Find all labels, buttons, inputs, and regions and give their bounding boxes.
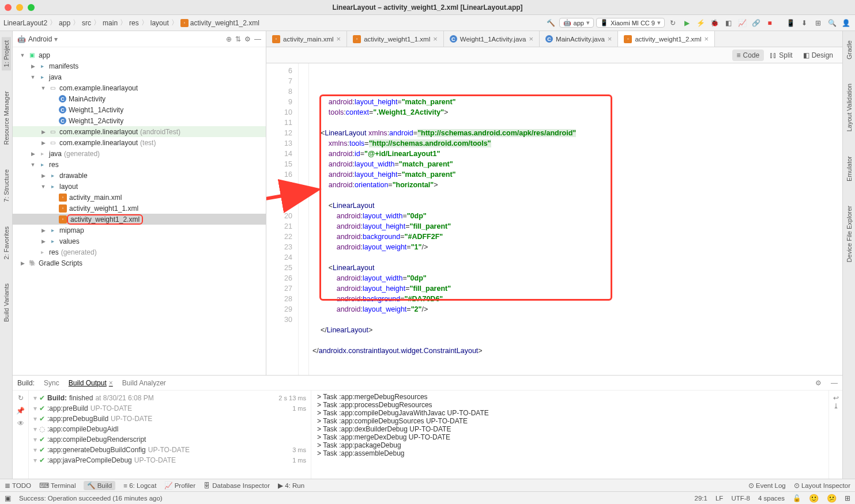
tool-window-button[interactable]: 🔨 Build <box>84 481 115 490</box>
build-console[interactable]: > Task :app:mergeDebugResources> Task :a… <box>311 391 828 479</box>
tree-row[interactable]: ◦activity_weight1_1.xml <box>13 203 266 214</box>
tree-row[interactable]: ▶▸values <box>13 236 266 247</box>
user-button[interactable]: 👤 <box>840 17 852 29</box>
tree-row[interactable]: ▶▭com.example.linearlayout (test) <box>13 137 266 148</box>
attach-debugger-button[interactable]: 🔗 <box>750 17 762 29</box>
editor-tab[interactable]: ◦activity_weight1_2.xml× <box>618 31 715 47</box>
tree-row[interactable]: ▸res (generated) <box>13 247 266 257</box>
filter-button[interactable]: 👁 <box>17 419 24 427</box>
project-view-selector[interactable]: 🤖 Android ▾ <box>17 35 58 43</box>
sync-button[interactable]: ↻ <box>667 17 679 29</box>
breadcrumb-item[interactable]: LinearLayout2 <box>3 19 47 27</box>
build-hide-button[interactable]: — <box>831 379 838 387</box>
split-view-button[interactable]: ⫿⫿ Split <box>765 50 797 61</box>
debug-button[interactable]: 🐞 <box>709 17 720 29</box>
tree-row[interactable]: CMainActivity <box>13 93 266 104</box>
tree-row[interactable]: ▼▭com.example.linearlayout <box>13 82 266 93</box>
tree-row[interactable]: ▼▸layout <box>13 181 266 192</box>
encoding[interactable]: UTF-8 <box>731 495 750 502</box>
tree-row[interactable]: ▶🐘Gradle Scripts <box>13 257 266 268</box>
indent[interactable]: 4 spaces <box>758 495 785 502</box>
build-task-tree[interactable]: ▾✔Build: finished at 8/30/21 6:08 PM2 s … <box>29 391 311 479</box>
build-task-row[interactable]: ▾✔:app:generateDebugBuildConfig UP-TO-DA… <box>33 445 306 455</box>
tool-window-button[interactable]: ⌨ Terminal <box>39 482 76 490</box>
editor-tab[interactable]: ◦activity_weight1_1.xml× <box>347 31 444 47</box>
structure-button[interactable]: ⊞ <box>812 17 824 29</box>
close-tab-icon[interactable]: × <box>529 35 533 43</box>
breadcrumb-item[interactable]: ◦activity_weight1_2.xml <box>180 19 259 27</box>
soft-wrap-button[interactable]: ↩ <box>833 394 839 402</box>
navigation-breadcrumb[interactable]: LinearLayout2〉app〉src〉main〉res〉layout〉◦a… <box>3 18 545 28</box>
tool-tab[interactable]: Layout Validation <box>845 80 854 135</box>
search-button[interactable]: 🔍 <box>826 17 838 29</box>
build-button[interactable]: 🔨 <box>545 17 557 29</box>
tool-tab[interactable]: 1: Project <box>2 37 11 70</box>
tool-window-button[interactable]: ▶ 4: Run <box>278 482 304 490</box>
editor-tab[interactable]: CMainActivity.java× <box>540 31 618 47</box>
feedback-sad-icon[interactable]: 😕 <box>827 494 837 503</box>
coverage-button[interactable]: ◧ <box>722 17 734 29</box>
tree-row[interactable]: ▶▸drawable <box>13 170 266 181</box>
tool-window-button[interactable]: ⊙ Layout Inspector <box>794 482 850 490</box>
tool-tab[interactable]: 2: Favorites <box>2 223 11 263</box>
tree-row[interactable]: ▶▸manifests <box>13 60 266 71</box>
tool-tab[interactable]: Device File Explorer <box>845 202 854 266</box>
settings-button[interactable]: ⚙ <box>244 35 251 43</box>
close-tab-icon[interactable]: × <box>705 35 709 43</box>
apply-changes-button[interactable]: ⚡ <box>695 17 706 29</box>
build-task-row[interactable]: ▾✔:app:preBuild UP-TO-DATE1 ms <box>33 403 306 414</box>
tree-row[interactable]: CWeight1_1Activity <box>13 104 266 115</box>
build-task-row[interactable]: ▾✔:app:compileDebugRenderscript <box>33 434 306 445</box>
tool-tab[interactable]: 7: Structure <box>2 166 11 206</box>
tree-row[interactable]: ▼▸java <box>13 71 266 82</box>
tree-row[interactable]: ◦activity_weight1_2.xml <box>13 214 266 225</box>
close-window-button[interactable] <box>5 4 12 11</box>
build-task-row[interactable]: ▾✔:app:javaPreCompileDebug UP-TO-DATE1 m… <box>33 455 306 465</box>
run-config-selector[interactable]: 🤖app ▾ <box>559 18 594 28</box>
sdk-manager-button[interactable]: ⬇ <box>798 17 810 29</box>
tool-window-button[interactable]: ≡ 6: Logcat <box>123 482 156 489</box>
scroll-to-end-button[interactable]: ⤓ <box>833 402 839 410</box>
feedback-happy-icon[interactable]: 🙂 <box>809 494 819 503</box>
build-task-row[interactable]: ▾✔Build: finished at 8/30/21 6:08 PM2 s … <box>33 393 306 403</box>
breadcrumb-item[interactable]: app <box>59 19 70 27</box>
minimize-window-button[interactable] <box>16 4 23 11</box>
hide-button[interactable]: — <box>254 35 261 43</box>
locate-button[interactable]: ⊕ <box>226 35 232 43</box>
build-tab-analyzer[interactable]: Build Analyzer <box>122 379 166 387</box>
tool-window-button[interactable]: ⊙ Event Log <box>748 482 786 490</box>
readonly-lock-icon[interactable]: 🔓 <box>793 494 801 502</box>
tool-tab[interactable]: Emulator <box>845 153 854 185</box>
tree-row[interactable]: ▼▣app <box>13 50 266 60</box>
editor-tab[interactable]: ◦activity_main.xml× <box>266 31 347 47</box>
rerun-button[interactable]: ↻ <box>18 394 24 402</box>
pin-button[interactable]: 📌 <box>16 407 25 415</box>
avd-manager-button[interactable]: 📱 <box>785 17 796 29</box>
breadcrumb-item[interactable]: res <box>129 19 139 27</box>
tree-row[interactable]: ▶▭com.example.linearlayout (androidTest) <box>13 126 266 137</box>
tree-row[interactable]: CWeight1_2Activity <box>13 115 266 126</box>
build-task-row[interactable]: ▾◌:app:compileDebugAidl <box>33 424 306 434</box>
close-tab-icon[interactable]: × <box>433 35 438 43</box>
tool-window-button[interactable]: ≣ TODO <box>5 482 31 490</box>
tree-row[interactable]: ▶▸java (generated) <box>13 148 266 159</box>
breadcrumb-item[interactable]: src <box>82 19 91 27</box>
profiler-button[interactable]: 📈 <box>736 17 748 29</box>
line-separator[interactable]: LF <box>715 495 723 502</box>
editor-tab[interactable]: CWeight1_1Activity.java× <box>444 31 540 47</box>
code-view-button[interactable]: ≡ Code <box>732 50 764 61</box>
stop-button[interactable]: ■ <box>764 17 775 29</box>
tool-window-button[interactable]: 📈 Profiler <box>164 482 195 490</box>
tool-tab[interactable]: Build Variants <box>2 280 11 325</box>
device-selector[interactable]: 📱 Xiaomi MI CC 9 ▾ <box>596 18 665 28</box>
cursor-position[interactable]: 29:1 <box>695 495 707 502</box>
zoom-window-button[interactable] <box>28 4 35 11</box>
memory-indicator-icon[interactable]: ⊞ <box>845 494 850 502</box>
tool-window-button[interactable]: 🗄 Database Inspector <box>204 482 270 489</box>
build-tab-sync[interactable]: Sync <box>44 379 59 387</box>
build-task-row[interactable]: ▾✔:app:preDebugBuild UP-TO-DATE <box>33 414 306 424</box>
status-icon[interactable]: ▣ <box>5 494 11 502</box>
build-settings-button[interactable]: ⚙ <box>815 379 822 387</box>
expand-all-button[interactable]: ⇅ <box>235 35 241 43</box>
tree-row[interactable]: ▼▸res <box>13 159 266 170</box>
